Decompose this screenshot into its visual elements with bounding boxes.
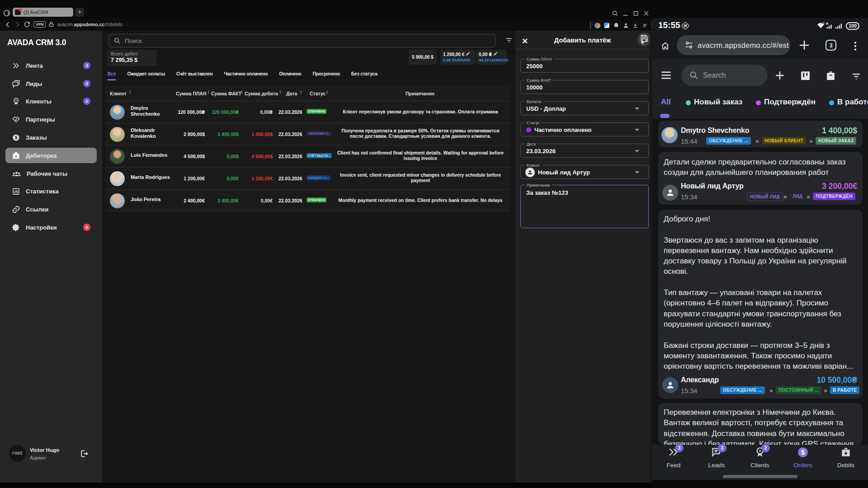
svg-text:$: $ [15,135,18,140]
svg-text:R: R [826,22,829,26]
svg-text:6: 6 [823,22,825,25]
svg-text:$: $ [801,449,805,456]
